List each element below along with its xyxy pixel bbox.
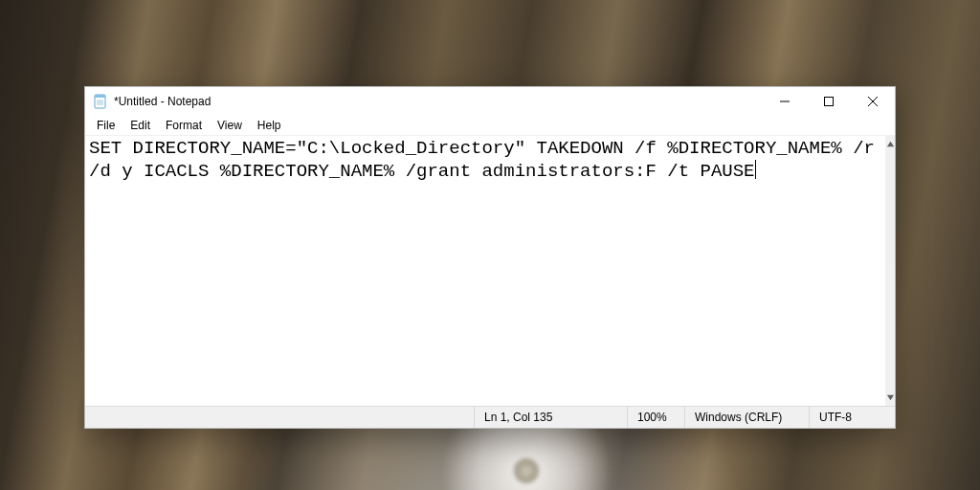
menu-file[interactable]: File: [89, 118, 122, 133]
notepad-window: *Untitled - Notepad File Edit: [84, 86, 896, 429]
text-editor[interactable]: SET DIRECTORY_NAME="C:\Locked_Directory"…: [85, 136, 885, 406]
notepad-icon: [93, 94, 108, 109]
menu-view[interactable]: View: [210, 118, 250, 133]
vertical-scrollbar[interactable]: [885, 136, 895, 406]
status-cursor-position: Ln 1, Col 135: [474, 407, 627, 428]
desktop-background: *Untitled - Notepad File Edit: [0, 0, 980, 490]
close-button[interactable]: [851, 87, 895, 115]
title-bar[interactable]: *Untitled - Notepad: [85, 87, 895, 116]
scroll-up-icon[interactable]: [886, 136, 895, 152]
menu-format[interactable]: Format: [158, 118, 210, 133]
svg-marker-9: [887, 142, 894, 146]
status-spacer: [85, 407, 474, 428]
menu-edit[interactable]: Edit: [122, 118, 158, 133]
editor-area: SET DIRECTORY_NAME="C:\Locked_Directory"…: [85, 135, 895, 406]
svg-rect-6: [825, 97, 834, 105]
svg-marker-10: [887, 395, 894, 400]
window-title: *Untitled - Notepad: [114, 95, 211, 108]
status-encoding: UTF-8: [809, 407, 895, 428]
status-bar: Ln 1, Col 135 100% Windows (CRLF) UTF-8: [85, 406, 895, 428]
menu-help[interactable]: Help: [250, 118, 289, 133]
scroll-down-icon[interactable]: [886, 390, 895, 406]
menu-bar: File Edit Format View Help: [85, 116, 895, 135]
maximize-button[interactable]: [807, 87, 851, 115]
svg-rect-1: [95, 95, 105, 98]
status-line-ending: Windows (CRLF): [684, 407, 809, 428]
status-zoom: 100%: [627, 407, 684, 428]
text-caret: [755, 160, 756, 179]
window-controls: [763, 87, 895, 115]
scroll-track[interactable]: [886, 152, 895, 390]
minimize-button[interactable]: [763, 87, 807, 115]
editor-content: SET DIRECTORY_NAME="C:\Locked_Directory"…: [89, 138, 885, 182]
